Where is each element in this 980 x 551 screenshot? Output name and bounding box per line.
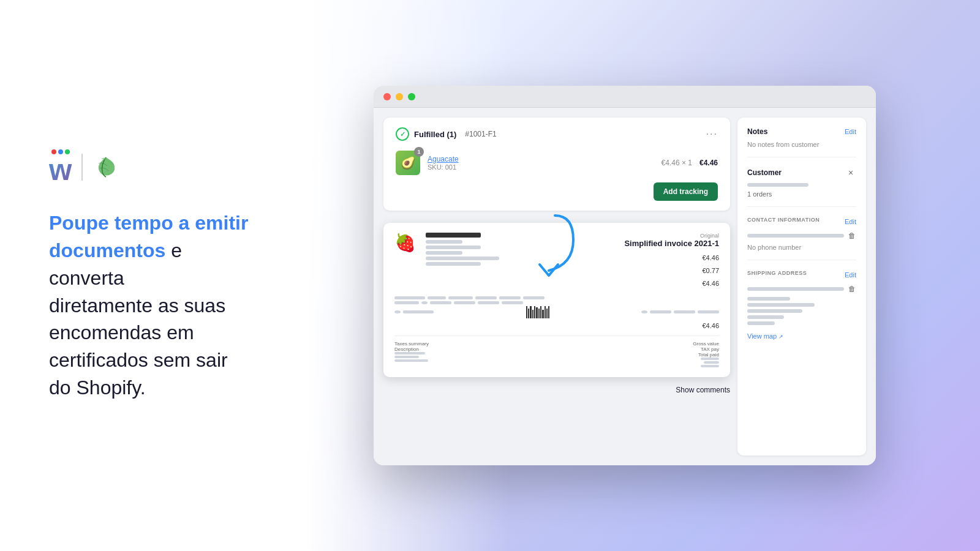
product-name-link[interactable]: Aguacate <box>428 155 654 163</box>
ship-line-5 <box>747 321 775 325</box>
view-map-link[interactable]: View map ↗ <box>747 332 783 340</box>
logo-divider <box>81 154 83 181</box>
customer-header: Customer × <box>747 167 856 178</box>
inv-amount-1: €4.46 <box>624 252 719 264</box>
browser-content: Fulfilled (1) #1001-F1 ··· 🥑 1 Agu <box>374 108 876 465</box>
invoice-header: 🍓 <box>394 233 719 290</box>
invoice-card: 🍓 <box>383 223 730 377</box>
logo-area: w <box>49 149 257 185</box>
ship-line-1 <box>747 297 790 301</box>
notes-title: Notes <box>747 127 767 136</box>
order-id: #1001-F1 <box>465 130 496 138</box>
browser-titlebar <box>374 86 876 108</box>
invoice-footer: Taxes summary Description Gross value <box>394 335 719 367</box>
inv-line-5 <box>426 262 481 266</box>
shipping-title: SHIPPING ADDRESS <box>747 270 807 276</box>
invoice-table-area <box>394 296 719 318</box>
invoice-total-row: €4.46 <box>394 322 719 329</box>
shipping-section: SHIPPING ADDRESS Edit 🗑 <box>747 270 856 350</box>
contact-section: CONTACT INFORMATION Edit 🗑 No phone numb… <box>747 217 856 260</box>
order-panel: Fulfilled (1) #1001-F1 ··· 🥑 1 Agu <box>383 118 730 455</box>
fulfilled-badge: Fulfilled (1) #1001-F1 <box>396 127 497 141</box>
product-row: 🥑 1 Aguacate SKU: 001 €4.46 × 1 €4.46 <box>396 151 718 175</box>
shipping-address-lines <box>747 297 856 325</box>
inv-amount-3: €4.46 <box>624 277 719 290</box>
inv-line-4 <box>426 257 499 260</box>
shipping-header: SHIPPING ADDRESS Edit <box>747 270 856 280</box>
product-info: Aguacate SKU: 001 <box>428 155 654 171</box>
quantity-badge: 1 <box>414 147 424 157</box>
notes-header: Notes Edit <box>747 127 856 136</box>
sidebar-panel: Notes Edit No notes from customer Custom… <box>737 118 866 455</box>
taxes-summary-label: Taxes summary <box>394 341 429 347</box>
notes-text: No notes from customer <box>747 141 856 148</box>
contact-header: CONTACT INFORMATION Edit <box>747 217 856 227</box>
fulfilled-title: Fulfilled (1) <box>414 130 456 139</box>
right-panel: Fulfilled (1) #1001-F1 ··· 🥑 1 Agu <box>294 61 980 490</box>
inv-table-row-2 <box>394 301 719 304</box>
contact-title: CONTACT INFORMATION <box>747 217 820 223</box>
shipping-name-row: 🗑 <box>747 285 856 293</box>
customer-close-button[interactable]: × <box>845 167 856 178</box>
shipping-edit-link[interactable]: Edit <box>845 271 856 279</box>
inv-line-1 <box>426 240 462 244</box>
inv-table-row-1 <box>394 296 719 299</box>
show-comments-button[interactable]: Show comments <box>383 383 730 397</box>
product-sku: SKU: 001 <box>428 163 654 171</box>
invoice-company-lines <box>426 233 614 272</box>
customer-section: Customer × 1 orders <box>747 167 856 207</box>
total-paid-label: Total paid <box>693 352 719 358</box>
invoice-footer-left: Taxes summary Description <box>394 341 429 362</box>
ship-line-2 <box>747 303 815 307</box>
logo-letter: w <box>49 156 72 185</box>
shipping-delete-icon[interactable]: 🗑 <box>848 285 856 293</box>
product-total: €4.46 <box>699 159 718 167</box>
customer-title: Customer <box>747 168 782 177</box>
inv-amount-2: €0.77 <box>624 264 719 277</box>
gross-value-label: Gross value <box>693 341 719 347</box>
browser-window: Fulfilled (1) #1001-F1 ··· 🥑 1 Agu <box>374 86 876 465</box>
invoice-amounts: €4.46 €0.77 €4.46 <box>624 252 719 290</box>
leaf-logo-icon <box>92 154 119 181</box>
invoice-original-label: Original <box>624 233 719 239</box>
fulfilled-icon <box>396 127 409 141</box>
invoice-title-area: Original Simplified invoice 2021-1 €4.46… <box>624 233 719 290</box>
view-map-label: View map <box>747 332 777 340</box>
ship-line-4 <box>747 315 784 319</box>
notes-edit-link[interactable]: Edit <box>845 128 856 135</box>
fulfilled-header: Fulfilled (1) #1001-F1 ··· <box>396 127 718 141</box>
external-link-icon: ↗ <box>778 334 783 340</box>
inv-line-3 <box>426 251 462 255</box>
traffic-light-yellow[interactable] <box>396 93 403 100</box>
tagline-rest: e convertadiretamente as suasencomendas … <box>49 239 228 399</box>
contact-delete-icon[interactable]: 🗑 <box>848 231 856 240</box>
traffic-light-green[interactable] <box>408 93 415 100</box>
no-phone-text: No phone number <box>747 244 856 251</box>
contact-email-row: 🗑 <box>747 231 856 240</box>
more-options-button[interactable]: ··· <box>706 129 718 140</box>
inv-line-2 <box>426 246 481 249</box>
product-image-wrap: 🥑 1 <box>396 151 420 175</box>
inv-table-row-3 <box>394 306 719 318</box>
contact-edit-link[interactable]: Edit <box>845 218 856 225</box>
shipping-name-bar <box>747 287 844 291</box>
barcode <box>526 306 549 318</box>
fulfilled-card: Fulfilled (1) #1001-F1 ··· 🥑 1 Agu <box>383 118 730 211</box>
left-panel: w Poupe tempo a emitirdocumentos e conve… <box>0 113 294 438</box>
notes-section: Notes Edit No notes from customer <box>747 127 856 157</box>
footer-lines-right <box>693 358 719 367</box>
tagline: Poupe tempo a emitirdocumentos e convert… <box>49 209 257 402</box>
invoice-detail-lines <box>426 240 614 266</box>
add-tracking-button[interactable]: Add tracking <box>654 182 718 201</box>
footer-lines-left <box>394 352 429 362</box>
invoice-logo: 🍓 <box>394 233 416 253</box>
description-label: Description <box>394 347 429 352</box>
tagline-highlight1: Poupe tempo a emitirdocumentos <box>49 212 248 261</box>
barcode-area <box>436 306 639 318</box>
invoice-footer-right: Gross value TAX pay Total paid <box>693 341 719 367</box>
tax-pay-label: TAX pay <box>693 347 719 352</box>
invoice-title: Simplified invoice 2021-1 <box>624 239 719 248</box>
ship-line-3 <box>747 309 802 313</box>
w-logo: w <box>49 149 72 185</box>
traffic-light-red[interactable] <box>383 93 391 100</box>
